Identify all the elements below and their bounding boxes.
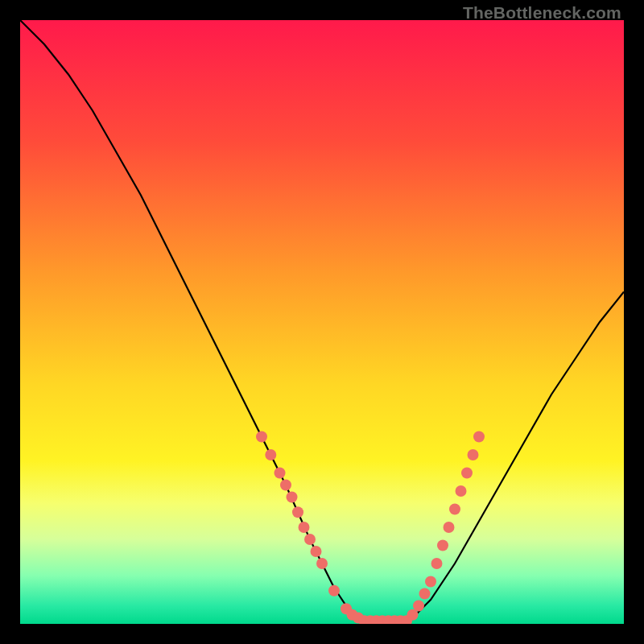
data-marker (444, 522, 455, 533)
data-marker (275, 468, 286, 479)
data-markers (256, 431, 485, 625)
data-marker (299, 522, 310, 533)
data-marker (419, 588, 431, 600)
data-marker (431, 558, 443, 569)
curve-layer (20, 20, 624, 624)
data-marker (456, 485, 467, 497)
data-marker (292, 506, 303, 518)
data-marker (461, 468, 473, 479)
data-marker (280, 480, 291, 491)
data-marker (413, 601, 424, 612)
plot-area (20, 20, 624, 624)
data-marker (304, 534, 316, 545)
data-marker (316, 558, 328, 569)
data-marker (287, 492, 298, 503)
data-marker (437, 540, 448, 551)
data-marker (256, 431, 267, 443)
data-marker (468, 449, 479, 460)
bottleneck-curve (20, 20, 624, 624)
data-marker (449, 504, 460, 515)
data-marker (473, 431, 485, 443)
data-marker (265, 449, 276, 460)
watermark-text: TheBottleneck.com (463, 3, 621, 23)
data-marker (311, 546, 322, 557)
data-marker (328, 585, 340, 597)
data-marker (425, 576, 436, 588)
chart-stage: TheBottleneck.com (0, 0, 644, 644)
